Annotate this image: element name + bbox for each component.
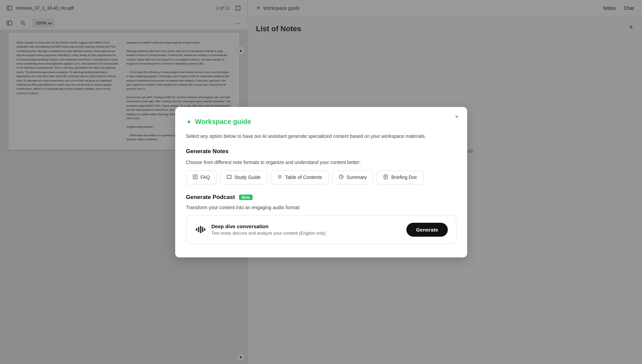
generate-notes-title: Generate Notes (186, 148, 456, 155)
faq-icon (192, 174, 198, 181)
podcast-card-left: Deep dive conversation Two hosts discuss… (195, 223, 326, 236)
svg-rect-28 (204, 228, 205, 231)
podcast-description: Transform your content into an engaging … (186, 205, 456, 210)
table-of-contents-option-button[interactable]: Table of Contents (271, 170, 329, 184)
study-guide-icon (226, 174, 232, 181)
podcast-section: Generate Podcast Beta Transform your con… (186, 194, 456, 244)
workspace-guide-modal: × ✦ Workspace guide Select any option be… (175, 107, 467, 257)
svg-rect-26 (200, 226, 201, 233)
generate-podcast-button[interactable]: Generate (406, 223, 447, 237)
podcast-card-title: Deep dive conversation (212, 223, 326, 229)
modal-close-button[interactable]: × (452, 112, 462, 122)
podcast-card-info: Deep dive conversation Two hosts discuss… (212, 223, 326, 236)
summary-icon (338, 174, 344, 181)
briefing-doc-icon (383, 174, 388, 181)
modal-sparkle-icon: ✦ (186, 118, 192, 126)
note-options: FAQ Study Guide (186, 170, 456, 184)
briefing-doc-option-button[interactable]: Briefing Doc (377, 170, 423, 184)
generate-podcast-title: Generate Podcast (186, 194, 235, 201)
table-of-contents-icon (277, 174, 282, 181)
beta-badge: Beta (239, 195, 253, 200)
faq-label: FAQ (201, 175, 210, 180)
study-guide-option-button[interactable]: Study Guide (220, 170, 267, 184)
summary-label: Summary (347, 175, 367, 180)
podcast-card: Deep dive conversation Two hosts discuss… (186, 216, 456, 244)
modal-overlay[interactable]: × ✦ Workspace guide Select any option be… (0, 0, 642, 364)
podcast-card-subtitle: Two hosts discuss and analyze your conte… (212, 231, 326, 236)
modal-title: Workspace guide (195, 118, 251, 126)
podcast-header: Generate Podcast Beta (186, 194, 456, 201)
faq-option-button[interactable]: FAQ (186, 170, 217, 184)
svg-rect-24 (196, 228, 197, 231)
summary-option-button[interactable]: Summary (332, 170, 373, 184)
modal-description: Select any option below to have our AI a… (186, 133, 456, 140)
modal-header: ✦ Workspace guide (186, 118, 456, 126)
briefing-doc-label: Briefing Doc (391, 175, 417, 180)
table-of-contents-label: Table of Contents (285, 175, 322, 180)
generate-notes-subtitle: Choose from different note formats to or… (186, 160, 456, 165)
study-guide-label: Study Guide (235, 175, 261, 180)
svg-rect-25 (198, 227, 199, 232)
audio-wave-icon (195, 223, 207, 236)
app-container: Immuno_37_1_33-43_Ho.pdf 2 of 11 (0, 0, 642, 364)
svg-rect-27 (202, 227, 203, 232)
